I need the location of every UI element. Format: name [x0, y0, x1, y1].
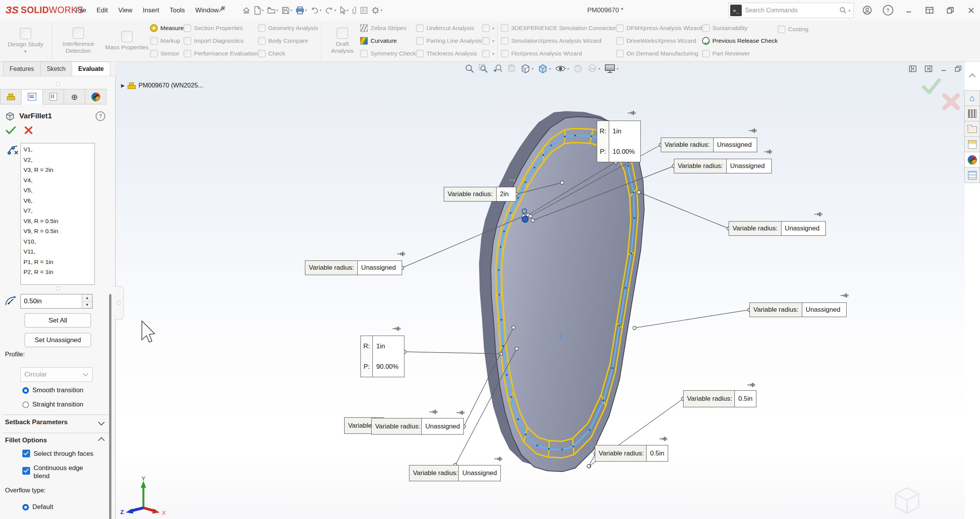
smooth-transition-option[interactable]: Smooth transition	[22, 386, 83, 394]
restore-icon[interactable]	[945, 5, 956, 16]
cancel-button[interactable]	[24, 126, 33, 135]
vertex-list-item[interactable]: V5,	[21, 185, 94, 196]
panel-splitter-handle[interactable]	[114, 286, 124, 320]
pushpin-icon[interactable]	[814, 212, 823, 218]
section-view-icon[interactable]	[507, 64, 516, 74]
vertex-list-item[interactable]: V11,	[21, 247, 94, 257]
zoom-fit-icon[interactable]	[465, 64, 475, 74]
ribbon-button[interactable]: Zebra Stripes	[360, 22, 416, 34]
home-icon[interactable]	[242, 6, 251, 15]
variable-radius-callout[interactable]: Variable radius:Unassigned	[661, 138, 757, 152]
home-icon[interactable]: ⌂	[964, 90, 980, 106]
ribbon-button[interactable]: Performance Evaluation	[184, 48, 258, 59]
minimize-icon[interactable]	[941, 66, 946, 74]
callout-value[interactable]: 0.5in	[735, 391, 756, 407]
menu-item[interactable]: File	[76, 7, 86, 14]
tab-sketch[interactable]: Sketch	[40, 62, 72, 76]
ribbon-button[interactable]: Sensor	[150, 48, 184, 59]
ribbon-button[interactable]: Costing	[778, 24, 808, 35]
ribbon-button[interactable]: FloXpress Analysis Wizard	[501, 48, 616, 59]
variable-radius-callout[interactable]: Variable radius:Unassigned	[305, 260, 402, 275]
vertex-list-item[interactable]: V4,	[21, 175, 94, 186]
confirmation-cancel-icon[interactable]	[941, 92, 961, 111]
tab-evaluate[interactable]: Evaluate	[72, 62, 110, 76]
menu-item[interactable]: Edit	[96, 7, 108, 14]
vertex-list-item[interactable]: V6,	[21, 196, 94, 206]
spin-down-icon[interactable]: ▼	[82, 302, 92, 309]
menu-item[interactable]: View	[118, 7, 133, 14]
ribbon-button[interactable]: On Demand Manufacturing	[616, 48, 702, 59]
ribbon-button[interactable]: Draft Analysis	[326, 22, 359, 60]
variable-radius-callout[interactable]: Variable radius:0.5in	[595, 445, 668, 462]
variable-radius-callout[interactable]: Variable radius:Unassigned	[409, 465, 501, 481]
pin-toolbar-icon[interactable]	[217, 4, 228, 15]
callout-value[interactable]: Unassigned	[802, 303, 844, 317]
pushpin-icon[interactable]	[392, 326, 401, 333]
setback-parameters-section[interactable]: Setback Parameters	[5, 418, 109, 426]
settings-icon[interactable]: ▾	[371, 6, 382, 15]
pushpin-icon[interactable]	[764, 149, 773, 156]
ribbon-button[interactable]: Measure	[150, 22, 184, 34]
variable-radius-callout[interactable]: Variable radius:Unassigned	[749, 302, 847, 317]
display-style-icon[interactable]: ▾	[537, 63, 551, 74]
callout-value[interactable]: Unassigned	[422, 418, 463, 434]
pushpin-icon[interactable]	[747, 382, 756, 389]
variable-radius-callout[interactable]: Variable radius:Unassigned	[371, 418, 464, 435]
variable-radius-callout[interactable]: Variable radius:Unassigned	[674, 159, 772, 173]
search-scope-caret[interactable]: ▾	[849, 8, 850, 13]
ribbon-button[interactable]: Import Diagnostics	[184, 35, 258, 47]
ribbon-button[interactable]: SimulationXpress Analysis Wizard	[501, 35, 616, 47]
layout-icon[interactable]	[924, 5, 935, 16]
variable-radius-callout[interactable]: Variable radius:0.5in	[683, 390, 756, 407]
minimize-icon[interactable]	[903, 5, 914, 16]
pane-left-icon[interactable]	[909, 66, 916, 74]
appearances-icon[interactable]	[964, 152, 980, 168]
search-icon[interactable]	[839, 7, 847, 14]
select-icon[interactable]: ▾	[340, 6, 349, 15]
menu-item[interactable]: Insert	[143, 7, 159, 14]
callout-value[interactable]: Unassigned	[727, 159, 768, 173]
pushpin-icon[interactable]	[397, 251, 406, 258]
radio-icon[interactable]	[22, 401, 29, 408]
ribbon-button[interactable]: Body Compare	[258, 35, 318, 47]
pushpin-icon[interactable]	[749, 128, 757, 135]
pushpin-icon[interactable]	[840, 293, 849, 300]
ribbon-button[interactable]: Markup	[150, 35, 184, 47]
radius-input[interactable]: 0.50in ▲▼	[20, 294, 93, 309]
open-folder-icon[interactable]	[964, 121, 980, 137]
previous-view-icon[interactable]	[492, 64, 503, 74]
view-palette-icon[interactable]	[964, 167, 980, 183]
ribbon-button[interactable]: DriveWorksXpress Wizard	[616, 35, 702, 47]
continuous-edge-blend-option[interactable]: Continuous edge blend	[22, 464, 95, 480]
scene-icon[interactable]: ▾	[587, 64, 600, 74]
property-manager-tab[interactable]	[21, 89, 43, 104]
account-icon[interactable]	[862, 5, 872, 16]
radius-position-callout[interactable]: R:1inP:10.00%	[597, 121, 641, 162]
ribbon-button[interactable]: Sustainability	[702, 22, 778, 34]
ribbon-button[interactable]: Thickness Analysis	[416, 48, 482, 59]
list-resize-grip[interactable]	[56, 286, 60, 291]
pushpin-icon[interactable]	[507, 178, 515, 185]
search-input[interactable]	[742, 7, 839, 14]
ribbon-button[interactable]: Check	[258, 48, 318, 59]
pane-right-icon[interactable]	[925, 66, 932, 74]
radius-position-callout[interactable]: R:1inP:90.00%	[360, 336, 404, 377]
vertex-list-item[interactable]: V2,	[21, 155, 94, 165]
pushpin-icon[interactable]	[456, 410, 465, 417]
ribbon-button[interactable]: ▾	[482, 22, 494, 34]
callout-value[interactable]: 1in	[609, 128, 621, 135]
open-icon[interactable]: ▾	[267, 7, 278, 14]
features-manager-tab[interactable]	[0, 89, 22, 104]
attachment-icon[interactable]	[352, 6, 357, 15]
help-icon[interactable]: ?	[96, 111, 105, 121]
ribbon-button[interactable]: Part Reviewer	[702, 48, 778, 59]
radius-value[interactable]: 0.50in	[24, 294, 42, 308]
set-all-button[interactable]: Set All	[25, 313, 91, 328]
pushpin-icon[interactable]	[429, 409, 438, 416]
profile-dropdown[interactable]: Circular	[20, 367, 93, 382]
callout-value[interactable]: 90.00%	[373, 363, 399, 371]
display-manager-tab[interactable]	[85, 89, 106, 104]
vertex-list-item[interactable]: V3, R = 2in	[21, 165, 94, 175]
radio-icon[interactable]	[22, 387, 29, 394]
confirmation-ok-icon[interactable]	[921, 78, 941, 96]
